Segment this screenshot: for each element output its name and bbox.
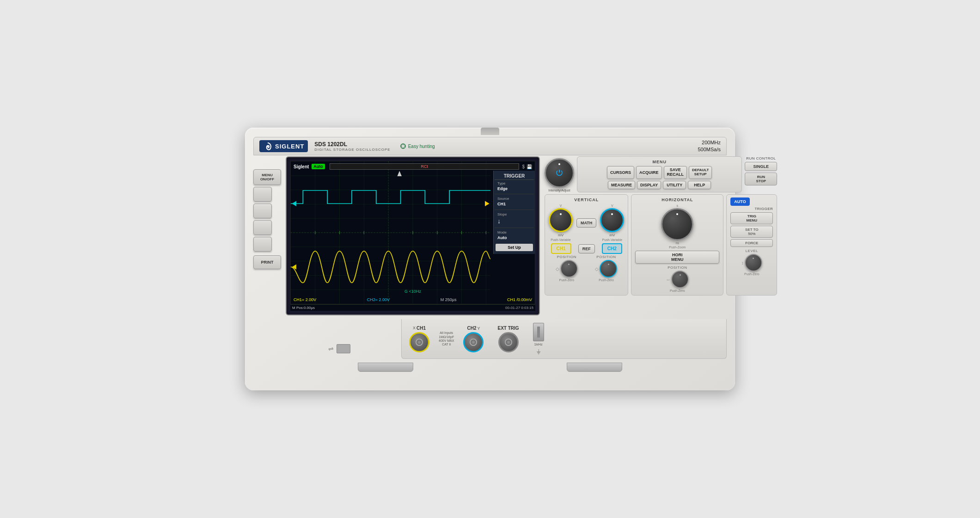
menu-buttons-row-2: MEASURE DISPLAY UTILITY HELP (581, 181, 738, 189)
print-button[interactable]: PRINT (253, 255, 281, 269)
ch1-mv-label: mV (558, 233, 564, 237)
ch1-position-label: POSITION (557, 255, 576, 259)
oscilloscope-screen: Siglent Auto RCt $ 💾 TRIGGER Type Edge (290, 161, 535, 304)
run-control-section: RUN CONTROL SINGLE RUN STOP (745, 156, 777, 192)
trigger-indicator: RCt (330, 163, 520, 170)
trig-menu-button[interactable]: TRIG MENU (730, 212, 773, 224)
horiz-time-knob-group: s ns Push-Zoom (635, 204, 719, 249)
horiz-knob-indicator (676, 213, 678, 215)
math-button[interactable]: MATH (576, 218, 596, 228)
freq-display: G <10Hz (404, 289, 421, 294)
left-foot (358, 363, 413, 372)
cursors-button[interactable]: CURSORS (607, 166, 634, 179)
intensity-knob[interactable] (545, 158, 574, 188)
display-button[interactable]: DISPLAY (637, 181, 661, 189)
intensity-knob-group: Intensity/Adjust (545, 158, 574, 192)
sidebar-button-2[interactable] (253, 204, 272, 218)
trig-setup-button[interactable]: Set Up (496, 244, 533, 251)
siglent-logo-icon (263, 142, 272, 151)
device-specs: 200MHz 500MSa/s (698, 139, 721, 154)
ch2-bnc-connector[interactable] (463, 332, 484, 352)
model-name: SDS 1202DL (314, 141, 390, 148)
sample-rate-spec: 500MSa/s (698, 146, 721, 153)
acquire-button[interactable]: ACQUIRE (636, 166, 662, 179)
trigger-top-row: AUTO (730, 197, 773, 206)
trigger-push-zero: Push-Zero (744, 272, 760, 276)
help-button[interactable]: HELP (688, 181, 711, 189)
screen-top-bar: Siglent Auto RCt $ 💾 (294, 163, 532, 170)
trig-mode-value: Auto (497, 235, 531, 241)
horizontal-position-knob[interactable] (671, 271, 689, 288)
save-icon: 💾 (527, 164, 532, 169)
connectors-row: X CH1 All Inputs 1MΩ/16pF 400V MAX CAT I… (401, 319, 727, 359)
trigger-level-knob-group: LEVEL ↕ Push-Zero (730, 249, 773, 276)
top-controls-row: Intensity/Adjust MENU CURSORS ACQUIRE SA… (545, 156, 777, 192)
sidebar-button-4[interactable] (253, 237, 272, 252)
ch1-position-knob[interactable] (560, 260, 578, 278)
trig-divider-2 (495, 210, 534, 210)
ch1-bnc-connector[interactable] (409, 332, 429, 352)
ch2-scale-knob[interactable] (600, 208, 624, 232)
logo-area: SIGLENT (259, 140, 308, 152)
easy-hunting-label: Easy hunting (408, 144, 435, 149)
cal-pin (537, 327, 540, 338)
horiz-s-label: s (677, 204, 679, 207)
sidebar-button-1[interactable] (253, 187, 272, 202)
ext-trig-bnc-connector[interactable] (498, 332, 519, 352)
easy-hunting: Easy hunting (400, 143, 435, 149)
run-stop-button[interactable]: RUN STOP (745, 173, 777, 185)
horizontal-title: HORIZONTAL (635, 197, 719, 202)
right-panel: Intensity/Adjust MENU CURSORS ACQUIRE SA… (545, 156, 777, 296)
cal-output-group: 1kHz ⏚ (533, 323, 544, 355)
ext-trig-connector-group: EXT TRIG (497, 326, 519, 352)
right-foot (567, 363, 622, 372)
force-button[interactable]: FORCE (730, 239, 773, 247)
svg-marker-35 (485, 201, 490, 206)
horizontal-scale-knob[interactable] (661, 208, 693, 240)
auto-button[interactable]: AUTO (730, 197, 749, 206)
ch2-connector-label: CH2 (467, 326, 476, 331)
measure-button[interactable]: MEASURE (608, 181, 635, 189)
screen-bezel: Siglent Auto RCt $ 💾 TRIGGER Type Edge (286, 156, 540, 315)
ch1-push-zero: Push-Zero (559, 278, 574, 282)
set-to-50-button[interactable]: SET TO 50% (730, 226, 773, 238)
ch2-knob-indicator (611, 213, 613, 215)
horizontal-section: HORIZONTAL s ns Push-Zoom HORI MENU POSI… (631, 194, 723, 296)
utility-button[interactable]: UTILITY (663, 181, 686, 189)
trig-divider-3 (495, 228, 534, 228)
trig-divider-1 (495, 194, 534, 194)
model-info: SDS 1202DL DIGITAL STORAGE OSCILLOSCOPE (314, 141, 390, 152)
main-body: MENU ON/OFF PRINT (253, 156, 727, 315)
top-handle (481, 128, 499, 135)
x-label: X (413, 326, 416, 330)
vertical-knobs-row: V mV Push-Variable MATH V (549, 204, 624, 241)
trig-slope-item: Slope ↓ (495, 211, 534, 227)
save-recall-button[interactable]: SAVE RECALL (664, 166, 687, 179)
y-label: Y (477, 326, 480, 331)
intensity-label: Intensity/Adjust (548, 189, 570, 192)
sidebar-button-3[interactable] (253, 220, 272, 235)
trig-slope-label: Slope (497, 212, 531, 217)
trig-mode-label: Mode (497, 230, 531, 235)
horiz-position-group: POSITION ↔ Push-Zero (635, 265, 719, 292)
single-button[interactable]: SINGLE (745, 162, 777, 171)
default-setup-button[interactable]: DEFAULT SETUP (689, 166, 712, 179)
ref-button[interactable]: REF (578, 244, 595, 253)
ch2-bnc-inner (470, 339, 477, 346)
ch2-position-label: POSITION (596, 255, 616, 259)
trigger-section-label: TRIGGER (730, 207, 773, 211)
knob-indicator (558, 163, 560, 165)
ch2-button[interactable]: CH2 (602, 243, 622, 254)
ch2-position-knob[interactable] (600, 260, 617, 278)
ch2-v-label: V (611, 204, 613, 207)
ch1-pos-indicator (568, 264, 570, 265)
vertical-title: VERTICAL (549, 197, 624, 202)
trigger-level-knob[interactable] (745, 254, 762, 271)
trigger-level-label: LEVEL (746, 249, 758, 253)
menu-on-off-button[interactable]: MENU ON/OFF (253, 169, 281, 185)
ext-trig-label: EXT TRIG (497, 326, 519, 331)
ch1-button[interactable]: CH1 (551, 243, 571, 254)
ch1-scale-knob[interactable] (549, 208, 573, 232)
hori-menu-button[interactable]: HORI MENU (635, 251, 719, 264)
usb-port (337, 344, 350, 353)
